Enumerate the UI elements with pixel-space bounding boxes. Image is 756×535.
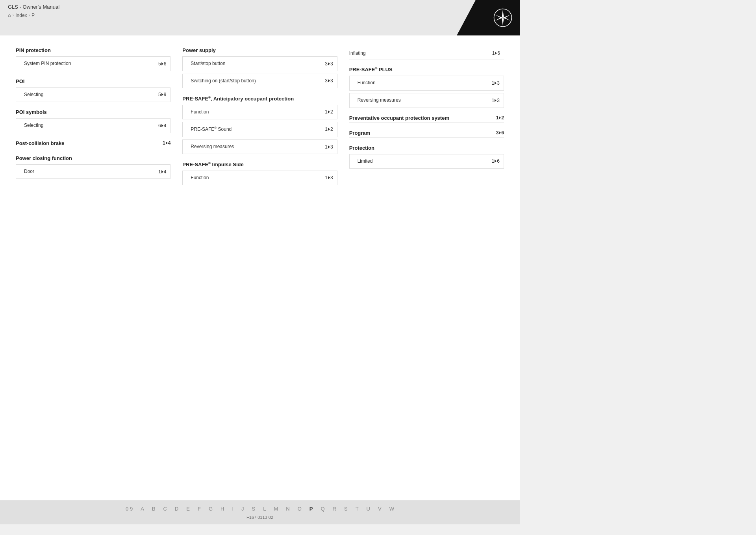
page-arrow xyxy=(499,131,501,134)
home-icon[interactable]: ⌂ xyxy=(8,12,11,18)
header-poi: POI xyxy=(16,78,170,84)
alpha-item-09[interactable]: 0 9 xyxy=(124,505,134,513)
sub-entry-system-pin[interactable]: System PIN protection 56 xyxy=(16,56,170,71)
page-arrow xyxy=(495,82,497,85)
sub-entry-reversing-plus[interactable]: Reversing measures 13 xyxy=(349,93,504,108)
header-pre-safe-impulse: PRE-SAFE® Impulse Side xyxy=(182,161,337,167)
page-ref: 12 xyxy=(496,115,504,121)
breadcrumb: ⌂ › Index › P xyxy=(8,12,59,18)
sub-entry-poi-symbols-selecting[interactable]: Selecting 64 xyxy=(16,118,170,133)
alpha-item-b[interactable]: B xyxy=(150,505,157,513)
breadcrumb-sep-2: › xyxy=(29,13,30,17)
alpha-item-i[interactable]: I xyxy=(230,505,235,513)
page-arrow xyxy=(328,110,330,113)
alpha-item-g[interactable]: G xyxy=(207,505,214,513)
alpha-item-a[interactable]: A xyxy=(139,505,146,513)
alpha-item-q[interactable]: Q xyxy=(319,505,326,513)
entry-text: Inflating xyxy=(349,50,366,56)
sub-entry-text: Limited xyxy=(358,158,489,165)
page-ref: 16 xyxy=(492,50,500,56)
page-ref: 13 xyxy=(492,98,500,103)
page-arrow xyxy=(328,79,330,82)
page-arrow xyxy=(328,128,330,131)
page-arrow xyxy=(328,62,330,65)
entry-inflating[interactable]: Inflating 16 xyxy=(349,47,504,59)
alpha-item-s2[interactable]: S xyxy=(343,505,349,513)
mercedes-logo xyxy=(493,8,513,28)
alpha-item-e[interactable]: E xyxy=(185,505,191,513)
svg-marker-6 xyxy=(503,15,510,19)
page-arrow xyxy=(161,124,163,127)
group-pin-protection: PIN protection System PIN protection 56 xyxy=(16,47,170,71)
group-preventative: Preventative occupant protection system … xyxy=(349,115,504,123)
sub-entry-door[interactable]: Door 14 xyxy=(16,164,170,179)
page-ref: 12 xyxy=(325,109,333,115)
header-post-collision: Post-collision brake 14 xyxy=(16,140,170,148)
alpha-item-n[interactable]: N xyxy=(284,505,291,513)
sub-entry-text: Switching on (start/stop button) xyxy=(191,78,322,84)
page-ref: 12 xyxy=(325,126,333,132)
alpha-item-c[interactable]: C xyxy=(161,505,168,513)
document-id: F167 0113 02 xyxy=(246,515,273,520)
header-poi-symbols: POI symbols xyxy=(16,109,170,115)
alpha-item-w[interactable]: W xyxy=(388,505,396,513)
page-ref: 13 xyxy=(492,80,500,86)
page-arrow xyxy=(328,145,330,149)
sub-entry-text: PRE-SAFE® Sound xyxy=(191,126,322,133)
alpha-item-l[interactable]: L xyxy=(261,505,267,513)
page-ref: 14 xyxy=(158,169,166,175)
page-ref: 33 xyxy=(325,78,333,84)
sub-entry-limited[interactable]: Limited 16 xyxy=(349,154,504,169)
alpha-item-h[interactable]: H xyxy=(219,505,226,513)
svg-marker-5 xyxy=(495,15,503,19)
alpha-item-s1[interactable]: S xyxy=(250,505,257,513)
group-pre-safe-impulse: PRE-SAFE® Impulse Side Function 13 xyxy=(182,161,337,185)
page-arrow xyxy=(161,62,163,65)
alpha-item-t[interactable]: T xyxy=(354,505,360,513)
sub-entry-start-stop[interactable]: Start/stop button 33 xyxy=(182,56,337,71)
index-columns: PIN protection System PIN protection 56 … xyxy=(12,47,508,192)
alpha-item-d[interactable]: D xyxy=(173,505,180,513)
breadcrumb-index[interactable]: Index xyxy=(15,13,27,18)
header-pre-safe-plus: PRE-SAFE® PLUS xyxy=(349,67,504,72)
group-power-supply: Power supply Start/stop button 33 Switch… xyxy=(182,47,337,88)
document-title: GLS - Owner's Manual xyxy=(8,4,59,10)
sub-entry-text: Selecting xyxy=(24,92,155,98)
group-pre-safe-plus: PRE-SAFE® PLUS Function 13 Reversing mea… xyxy=(349,67,504,108)
sub-entry-switching-on[interactable]: Switching on (start/stop button) 33 xyxy=(182,74,337,89)
page-ref: 36 xyxy=(496,130,504,136)
sub-entry-text: Function xyxy=(358,80,489,86)
alpha-item-u[interactable]: U xyxy=(365,505,372,513)
sub-entry-text: Function xyxy=(191,175,322,181)
sub-entry-reversing-1[interactable]: Reversing measures 13 xyxy=(182,139,337,154)
group-protection: Protection Limited 16 xyxy=(349,145,504,169)
alpha-item-o[interactable]: O xyxy=(296,505,303,513)
header-pin-protection: PIN protection xyxy=(16,47,170,53)
sub-entry-function-plus[interactable]: Function 13 xyxy=(349,76,504,91)
sub-entry-function-impulse[interactable]: Function 13 xyxy=(182,171,337,186)
group-pre-safe-anticipatory: PRE-SAFE®, Anticipatory occupant protect… xyxy=(182,95,337,154)
sub-entry-text: Start/stop button xyxy=(191,61,322,67)
page-ref: 13 xyxy=(325,144,333,150)
alpha-item-f[interactable]: F xyxy=(196,505,202,513)
page-ref: 33 xyxy=(325,61,333,67)
group-inflating: Inflating 16 xyxy=(349,47,504,59)
alpha-item-r[interactable]: R xyxy=(331,505,338,513)
column-2: Power supply Start/stop button 33 Switch… xyxy=(182,47,337,192)
alpha-item-v[interactable]: V xyxy=(376,505,383,513)
alpha-item-p[interactable]: P xyxy=(308,505,315,513)
sub-entry-text: System PIN protection xyxy=(24,61,155,67)
sub-entry-function-1[interactable]: Function 12 xyxy=(182,105,337,120)
alpha-item-j[interactable]: J xyxy=(240,505,246,513)
page-arrow xyxy=(328,176,330,179)
sub-entry-poi-selecting[interactable]: Selecting 59 xyxy=(16,87,170,102)
sub-entry-pre-safe-sound[interactable]: PRE-SAFE® Sound 12 xyxy=(182,122,337,137)
header-pre-safe-anticipatory: PRE-SAFE®, Anticipatory occupant protect… xyxy=(182,95,337,101)
group-post-collision: Post-collision brake 14 xyxy=(16,140,170,148)
page-arrow xyxy=(495,99,497,102)
header-left: GLS - Owner's Manual ⌂ › Index › P xyxy=(8,4,59,18)
breadcrumb-sep-1: › xyxy=(13,13,14,17)
alpha-item-m[interactable]: M xyxy=(272,505,280,513)
page-ref: 16 xyxy=(492,158,500,164)
group-program: Program 36 xyxy=(349,130,504,138)
